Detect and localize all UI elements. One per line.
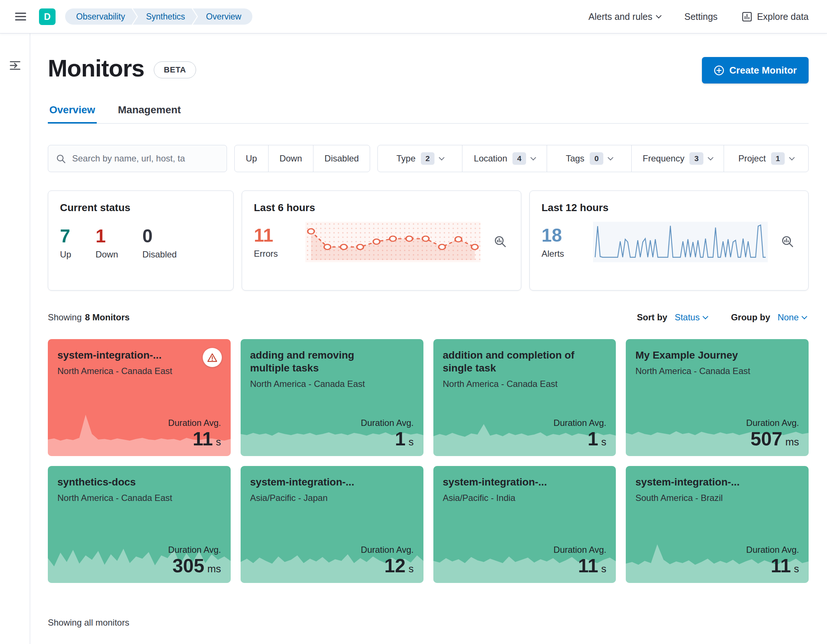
monitor-card[interactable]: system-integration-... North America - C… (48, 339, 231, 456)
current-status-stats: 7 Up 1 Down 0 Disabled (60, 226, 222, 260)
inspect-alerts-button[interactable] (779, 233, 796, 251)
sort-by-label: Sort by (637, 312, 667, 323)
settings-link[interactable]: Settings (682, 11, 719, 22)
sort-by-select[interactable]: Status (673, 312, 710, 323)
breadcrumb-item[interactable]: Overview (193, 8, 252, 25)
expand-menu-icon (9, 59, 21, 72)
stat-value: 7 (60, 226, 71, 246)
monitor-location: Asia/Pacific - India (443, 492, 564, 504)
chevron-down-icon (531, 154, 536, 161)
filter-dropdown-label: Location (474, 153, 507, 164)
status-filter-button[interactable]: Down (268, 145, 314, 172)
filter-dropdown-button[interactable]: Frequency 3 (631, 145, 724, 172)
monitor-name: addition and completion of single task (443, 349, 575, 374)
chevron-down-icon (656, 12, 662, 19)
monitor-location: Asia/Pacific - Japan (250, 492, 371, 504)
inspect-errors-button[interactable] (492, 233, 509, 251)
breadcrumb-item[interactable]: Synthetics (133, 8, 197, 25)
status-filter-button[interactable]: Up (234, 145, 268, 172)
filter-dropdown-button[interactable]: Location 4 (462, 145, 547, 172)
filter-count-badge: 2 (421, 152, 435, 165)
status-stat: 7 Up (60, 226, 71, 260)
duration-unit: s (409, 563, 414, 574)
filter-dropdown-button[interactable]: Project 1 (724, 145, 808, 172)
duration-value: 11 (771, 555, 791, 576)
stat-value: 1 (96, 226, 118, 246)
page-header: Monitors BETA Create Monitor (48, 55, 808, 84)
monitor-card[interactable]: adding and removing multiple tasks North… (240, 339, 423, 456)
filter-dropdown-button[interactable]: Tags 0 (547, 145, 632, 172)
duration-label: Duration Avg. (554, 418, 607, 428)
monitor-card[interactable]: synthetics-docs North America - Canada E… (48, 466, 231, 583)
monitor-name: My Example Journey (635, 349, 768, 362)
collapsed-nav-sidebar (0, 33, 30, 644)
footer-note: Showing all monitors (48, 617, 808, 628)
filter-count-badge: 0 (590, 152, 604, 165)
warning-triangle-icon (207, 352, 218, 363)
search-input[interactable] (71, 153, 219, 164)
monitor-card[interactable]: My Example Journey North America - Canad… (626, 339, 808, 456)
topbar-actions: Alerts and rules Settings Explore data (587, 11, 811, 23)
showing-label: Showing (48, 312, 82, 323)
chevron-down-icon (703, 313, 708, 319)
expand-nav-button[interactable] (6, 56, 24, 75)
duration-label: Duration Avg. (168, 418, 221, 428)
duration-label: Duration Avg. (361, 545, 414, 555)
stats-row: Current status 7 Up 1 Down 0 Disabled La… (48, 190, 808, 290)
create-monitor-button[interactable]: Create Monitor (702, 57, 808, 84)
explore-data-link[interactable]: Explore data (739, 11, 811, 23)
chevron-down-icon (708, 154, 714, 161)
monitor-card[interactable]: addition and completion of single task N… (433, 339, 616, 456)
duration-stat: Duration Avg. 11s (554, 545, 607, 577)
tab[interactable]: Management (117, 104, 183, 123)
space-avatar[interactable]: D (39, 8, 56, 25)
hamburger-menu-button[interactable] (11, 7, 30, 26)
status-filter-button[interactable]: Disabled (313, 145, 370, 172)
beta-badge: BETA (154, 61, 196, 78)
duration-unit: s (794, 563, 799, 574)
filter-row: UpDownDisabled Type 2 Location 4 Tags 0 … (48, 145, 808, 172)
top-navigation-bar: D ObservabilitySyntheticsOverview Alerts… (0, 0, 827, 33)
filter-dropdown-button[interactable]: Type 2 (378, 145, 462, 172)
status-stat: 0 Disabled (142, 226, 176, 260)
alerts-sparkline-chart (593, 222, 768, 262)
search-icon (56, 153, 66, 164)
inspect-chart-icon (494, 235, 507, 248)
duration-value: 305 (173, 555, 204, 576)
last-6-hours-title: Last 6 hours (254, 202, 509, 214)
duration-value: 1 (395, 428, 406, 449)
last-12-hours-panel: Last 12 hours 18 Alerts (529, 190, 808, 290)
tab[interactable]: Overview (48, 104, 97, 123)
bar-chart-icon (741, 11, 753, 22)
monitor-name: system-integration-... (250, 476, 382, 488)
duration-label: Duration Avg. (746, 545, 799, 555)
search-box (48, 145, 227, 172)
monitor-card[interactable]: system-integration-... Asia/Pacific - In… (433, 466, 616, 583)
duration-label: Duration Avg. (746, 418, 799, 428)
duration-stat: Duration Avg. 1s (554, 418, 607, 450)
stat-label: Disabled (142, 249, 176, 260)
duration-label: Duration Avg. (168, 545, 221, 555)
inspect-chart-icon (781, 235, 794, 248)
duration-unit: ms (207, 563, 221, 574)
monitor-card[interactable]: system-integration-... Asia/Pacific - Ja… (240, 466, 423, 583)
status-stat: 1 Down (96, 226, 118, 260)
plus-in-circle-icon (714, 65, 724, 76)
alerts-stat: 18 Alerts (541, 225, 582, 259)
chevron-down-icon (802, 313, 808, 319)
chevron-down-icon (789, 154, 795, 161)
current-status-panel: Current status 7 Up 1 Down 0 Disabled (48, 190, 234, 290)
explore-data-label: Explore data (757, 11, 808, 22)
monitor-card[interactable]: system-integration-... South America - B… (626, 466, 808, 583)
filter-dropdown-label: Tags (566, 153, 585, 164)
duration-unit: ms (785, 436, 799, 448)
monitor-location: North America - Canada East (250, 378, 371, 390)
group-by-select[interactable]: None (776, 312, 808, 323)
monitor-name: system-integration-... (635, 476, 768, 488)
filter-dropdown-label: Type (396, 153, 416, 164)
breadcrumb-item[interactable]: Observability (65, 8, 137, 25)
stat-label: Down (96, 249, 118, 260)
alerts-and-rules-menu[interactable]: Alerts and rules (587, 11, 663, 22)
duration-label: Duration Avg. (554, 545, 607, 555)
alerts-and-rules-label: Alerts and rules (588, 11, 652, 22)
